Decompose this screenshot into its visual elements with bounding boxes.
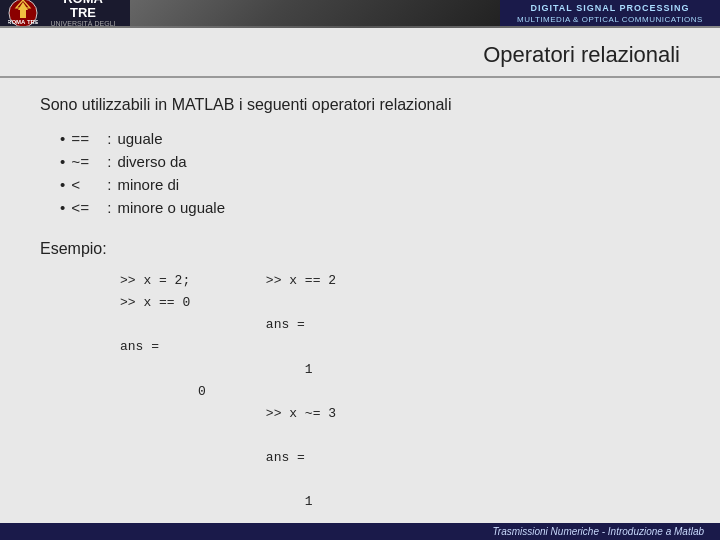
list-item: • == : uguale: [60, 130, 680, 149]
intro-text: Sono utilizzabili in MATLAB i seguenti o…: [40, 96, 680, 114]
code-left: >> x = 2; >> x == 0 ans = 0: [120, 270, 206, 513]
op-colon: :: [107, 199, 111, 216]
footer-text: Trasmissioni Numeriche - Introduzione a …: [492, 526, 704, 537]
op-code: ==: [71, 132, 101, 149]
slide: ROMA TRE ROMA TRE UNIVERSITÀ DEGLI STUDI…: [0, 0, 720, 540]
op-desc: minore o uguale: [117, 199, 225, 216]
list-item: • <= : minore o uguale: [60, 199, 680, 218]
bullet: •: [60, 176, 65, 193]
op-colon: :: [107, 176, 111, 193]
bullet: •: [60, 199, 65, 216]
page-title: Operatori relazionali: [40, 42, 680, 68]
op-code: ~=: [71, 155, 101, 172]
footer: Trasmissioni Numeriche - Introduzione a …: [0, 523, 720, 540]
header: ROMA TRE ROMA TRE UNIVERSITÀ DEGLI STUDI…: [0, 0, 720, 26]
list-item: • < : minore di: [60, 176, 680, 195]
esempio-label: Esempio:: [40, 240, 680, 258]
op-code: <=: [71, 201, 101, 218]
header-center-image: [130, 0, 500, 26]
bullet: •: [60, 130, 65, 147]
op-code: <: [71, 178, 101, 195]
code-right: >> x == 2 ans = 1 >> x ~= 3 ans = 1: [266, 270, 336, 513]
university-emblem: ROMA TRE: [8, 0, 38, 26]
operators-list: • == : uguale • ~= : diverso da • < : mi…: [60, 130, 680, 222]
main-content: Sono utilizzabili in MATLAB i seguenti o…: [0, 78, 720, 523]
header-title-line1: DIGITAL SIGNAL PROCESSING: [530, 3, 689, 13]
logo-area: ROMA TRE ROMA TRE UNIVERSITÀ DEGLI STUDI: [0, 0, 130, 26]
code-area: >> x = 2; >> x == 0 ans = 0 >> x == 2 an…: [120, 270, 680, 513]
page-title-area: Operatori relazionali: [0, 28, 720, 78]
header-right: DIGITAL SIGNAL PROCESSING MULTIMEDIA & O…: [500, 0, 720, 26]
op-colon: :: [107, 153, 111, 170]
svg-text:ROMA TRE: ROMA TRE: [8, 19, 38, 25]
op-desc: uguale: [117, 130, 162, 147]
op-desc: minore di: [117, 176, 179, 193]
op-desc: diverso da: [117, 153, 186, 170]
logo-text2: TRE: [44, 6, 122, 20]
bullet: •: [60, 153, 65, 170]
op-colon: :: [107, 130, 111, 147]
header-title-line2: MULTIMEDIA & OPTICAL COMMUNICATIONS: [517, 15, 703, 24]
list-item: • ~= : diverso da: [60, 153, 680, 172]
svg-rect-2: [20, 10, 26, 18]
logo-sub: UNIVERSITÀ DEGLI STUDI: [44, 20, 122, 26]
